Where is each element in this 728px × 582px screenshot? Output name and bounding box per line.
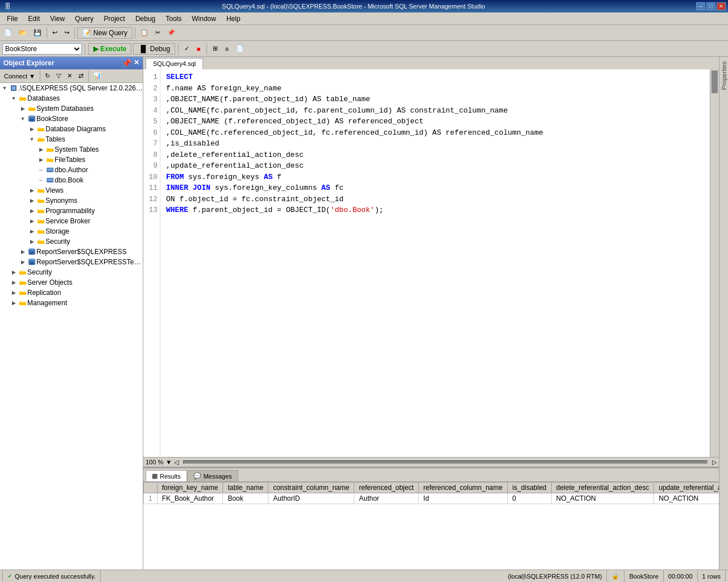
tree-item[interactable]: ▶Security: [0, 267, 143, 277]
new-query-button[interactable]: 📝 New Query: [77, 27, 133, 39]
results-body: 1FK_Book_AuthorBookAuthorIDAuthorId0NO_A…: [144, 493, 719, 504]
results-to-grid[interactable]: ⊞: [210, 43, 221, 55]
menu-item-file[interactable]: File: [2, 14, 22, 24]
tree-expand-icon[interactable]: ▼: [9, 94, 18, 103]
code-area[interactable]: SELECT f.name AS foreign_key_name ,OBJEC…: [160, 69, 710, 457]
tree-expand-icon[interactable]: ▶: [18, 247, 27, 256]
tree-item[interactable]: ▶Synonyms: [0, 196, 143, 206]
tree-item[interactable]: ▶Programmability: [0, 206, 143, 216]
tree-item[interactable]: ─dbo.Author: [0, 165, 143, 175]
tree-item[interactable]: ▶FileTables: [0, 155, 143, 165]
oe-pin-icon[interactable]: 📌: [122, 59, 131, 68]
stop-button[interactable]: ■: [194, 43, 204, 55]
tree-expand-icon[interactable]: ▶: [27, 196, 36, 205]
tree-item[interactable]: ▶Storage: [0, 226, 143, 236]
execute-button[interactable]: ▶ Execute: [88, 43, 131, 55]
query-tab-active[interactable]: SQLQuery4.sql: [146, 58, 203, 69]
open-button[interactable]: 📂: [16, 27, 30, 39]
sync-button[interactable]: ⇄: [76, 71, 86, 81]
tree-item[interactable]: ▶Database Diagrams: [0, 124, 143, 134]
tree-item[interactable]: ─dbo.Book: [0, 175, 143, 185]
tree-expand-icon[interactable]: ▼: [0, 84, 9, 93]
menu-item-view[interactable]: View: [46, 14, 69, 24]
tree-expand-icon[interactable]: ▶: [36, 145, 46, 154]
tree-item[interactable]: ▶Views: [0, 185, 143, 196]
zoom-dropdown-icon[interactable]: ▼: [166, 459, 172, 465]
new-button[interactable]: 📄: [1, 27, 15, 39]
tree-item[interactable]: ▼Databases: [0, 93, 143, 103]
tree-item[interactable]: ▶System Databases: [0, 103, 143, 114]
tree-expand-icon[interactable]: ▶: [18, 257, 27, 267]
editor-scrollbar[interactable]: [710, 69, 719, 457]
result-tab-results[interactable]: ▦Results: [146, 470, 187, 481]
copy-button[interactable]: 📋: [138, 27, 151, 39]
zoom-left-icon[interactable]: ◁: [174, 459, 179, 466]
status-server: (local)\SQLEXPRESS (12.0 RTM): [503, 570, 607, 582]
tree-item[interactable]: ▶ReportServer$SQLEXPRESSTem...: [0, 257, 143, 267]
connect-button[interactable]: Connect ▼: [1, 72, 38, 81]
menu-item-debug[interactable]: Debug: [131, 14, 160, 24]
maximize-button[interactable]: □: [706, 2, 715, 10]
menu-item-edit[interactable]: Edit: [23, 14, 44, 24]
undo-button[interactable]: ↩: [49, 27, 60, 39]
tree-expand-icon[interactable]: ▶: [27, 124, 36, 134]
tree-expand-icon[interactable]: ▶: [27, 237, 36, 246]
results-to-text[interactable]: ≡: [222, 43, 231, 55]
results-to-file[interactable]: 📄: [233, 43, 247, 55]
refresh-button[interactable]: ↻: [42, 71, 53, 81]
tree-item[interactable]: ▶Replication: [0, 288, 143, 298]
tree-node-icon: [27, 104, 36, 113]
tree-expand-icon[interactable]: ─: [36, 165, 46, 174]
menu-item-project[interactable]: Project: [100, 14, 130, 24]
zoom-right-icon[interactable]: ▷: [712, 459, 717, 466]
result-tab-messages[interactable]: 💬Messages: [187, 470, 238, 481]
tree-expand-icon[interactable]: ▶: [27, 227, 36, 236]
redo-button[interactable]: ↪: [61, 27, 72, 39]
tree-item[interactable]: ▼.\SQLEXPRESS (SQL Server 12.0.2269 - A.…: [0, 83, 143, 93]
tree-expand-icon[interactable]: ▼: [18, 114, 27, 123]
menu-item-window[interactable]: Window: [187, 14, 221, 24]
tree-item[interactable]: ▶Security: [0, 236, 143, 247]
stop-refresh-button[interactable]: ✕: [64, 71, 75, 81]
tree-expand-icon[interactable]: ▶: [27, 186, 36, 195]
tree-expand-icon[interactable]: ▼: [27, 135, 36, 144]
query-tabs: SQLQuery4.sql: [143, 57, 719, 69]
paste-button[interactable]: 📌: [164, 27, 178, 39]
tree-item[interactable]: ▶Server Objects: [0, 277, 143, 288]
tree-item[interactable]: ▼BookStore: [0, 114, 143, 124]
tree-node-label: BookStore: [36, 115, 68, 123]
tree-node-label: ReportServer$SQLEXPRESS: [36, 248, 127, 256]
cut-button[interactable]: ✂: [152, 27, 163, 39]
debug-button[interactable]: ▐▌ Debug: [133, 43, 175, 55]
menu-item-query[interactable]: Query: [71, 14, 98, 24]
menu-item-help[interactable]: Help: [222, 14, 245, 24]
tree-item[interactable]: ▶Management: [0, 298, 143, 308]
filter-button[interactable]: ▽: [53, 71, 64, 81]
tree-expand-icon[interactable]: ─: [36, 176, 46, 185]
cell-referenced_object: Author: [354, 493, 419, 504]
tree-expand-icon[interactable]: ▶: [18, 104, 27, 113]
reports-button[interactable]: 📊: [90, 71, 104, 81]
properties-label[interactable]: Properties: [720, 59, 728, 92]
tree-item[interactable]: ▶Service Broker: [0, 216, 143, 226]
tree-expand-icon[interactable]: ▶: [36, 155, 46, 164]
tree-item[interactable]: ▶System Tables: [0, 144, 143, 155]
line-number: 7: [146, 138, 158, 149]
tree-item[interactable]: ▶ReportServer$SQLEXPRESS: [0, 247, 143, 257]
tree-expand-icon[interactable]: ▶: [9, 268, 18, 277]
tree-expand-icon[interactable]: ▶: [27, 206, 36, 215]
database-selector[interactable]: BookStore: [2, 43, 82, 55]
tree-item[interactable]: ▼Tables: [0, 134, 143, 144]
tree-expand-icon[interactable]: ▶: [27, 217, 36, 226]
parse-button[interactable]: ✓: [181, 43, 192, 55]
tree-expand-icon[interactable]: ▶: [9, 298, 18, 307]
scrollbar-thumb[interactable]: [712, 70, 718, 93]
table-row[interactable]: 1FK_Book_AuthorBookAuthorIDAuthorId0NO_A…: [144, 493, 719, 504]
minimize-button[interactable]: ─: [696, 2, 705, 10]
save-button[interactable]: 💾: [31, 27, 44, 39]
oe-close-icon[interactable]: ✕: [134, 59, 139, 68]
tree-expand-icon[interactable]: ▶: [9, 278, 18, 287]
close-button[interactable]: ✕: [717, 2, 726, 10]
tree-expand-icon[interactable]: ▶: [9, 288, 18, 297]
menu-item-tools[interactable]: Tools: [161, 14, 186, 24]
